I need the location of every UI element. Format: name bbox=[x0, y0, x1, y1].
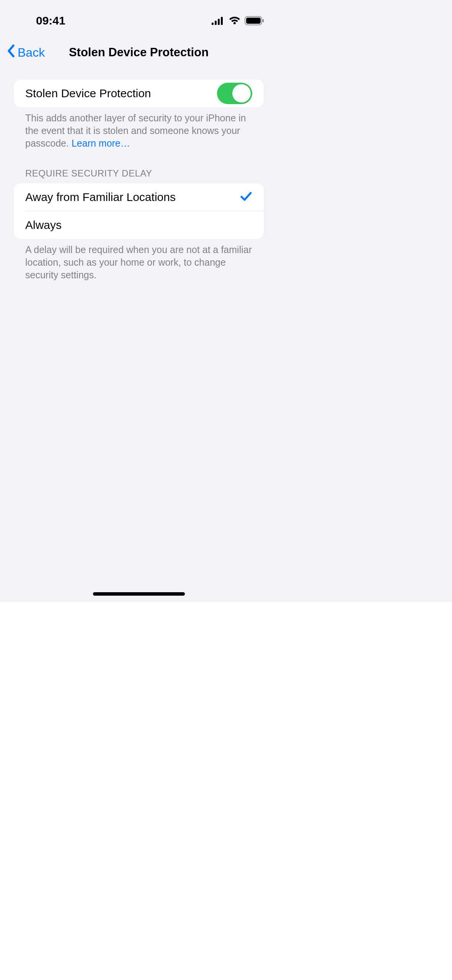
option-label: Away from Familiar Locations bbox=[25, 191, 176, 204]
stolen-device-protection-footer: This adds another layer of security to y… bbox=[14, 107, 264, 150]
back-label: Back bbox=[18, 46, 45, 60]
wifi-icon bbox=[228, 16, 241, 25]
require-security-delay-header: REQUIRE SECURITY DELAY bbox=[14, 150, 264, 183]
checkmark-icon bbox=[240, 191, 252, 203]
learn-more-link[interactable]: Learn more… bbox=[72, 138, 130, 149]
stolen-device-protection-group: Stolen Device Protection bbox=[14, 80, 264, 107]
status-time: 09:41 bbox=[36, 14, 65, 27]
back-button[interactable]: Back bbox=[0, 44, 45, 61]
option-away-from-familiar-locations[interactable]: Away from Familiar Locations bbox=[14, 183, 264, 211]
status-bar: 09:41 bbox=[0, 0, 277, 31]
require-security-delay-footer: A delay will be required when you are no… bbox=[14, 239, 264, 281]
stolen-device-protection-label: Stolen Device Protection bbox=[25, 87, 151, 100]
chevron-left-icon bbox=[7, 44, 15, 61]
home-indicator[interactable] bbox=[93, 592, 185, 596]
svg-rect-2 bbox=[218, 19, 220, 25]
option-label: Always bbox=[25, 219, 62, 232]
svg-rect-0 bbox=[212, 23, 214, 25]
status-icons bbox=[212, 16, 264, 25]
stolen-device-protection-row[interactable]: Stolen Device Protection bbox=[14, 80, 264, 107]
svg-rect-6 bbox=[263, 19, 264, 22]
svg-rect-1 bbox=[215, 21, 217, 25]
svg-rect-3 bbox=[221, 17, 223, 25]
svg-rect-5 bbox=[246, 18, 261, 24]
footer-text: This adds another layer of security to y… bbox=[25, 113, 246, 149]
option-always[interactable]: Always bbox=[14, 211, 264, 239]
battery-icon bbox=[245, 16, 264, 25]
stolen-device-protection-switch[interactable] bbox=[217, 83, 252, 104]
nav-bar: Back Stolen Device Protection bbox=[0, 38, 277, 67]
require-security-delay-group: Away from Familiar Locations Always bbox=[14, 183, 264, 239]
cellular-icon bbox=[212, 16, 225, 25]
